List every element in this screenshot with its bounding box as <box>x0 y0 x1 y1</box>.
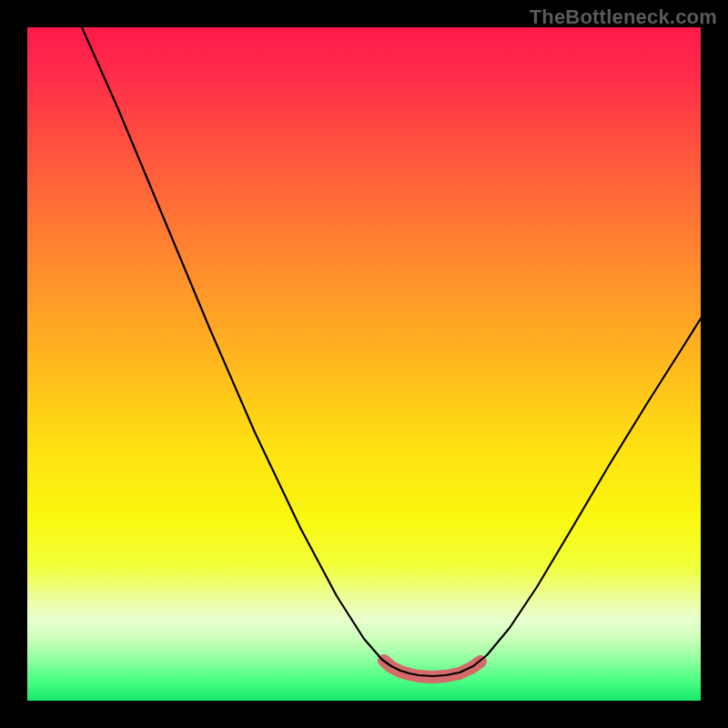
chart-frame: TheBottleneck.com <box>0 0 728 728</box>
watermark-text: TheBottleneck.com <box>530 5 717 29</box>
plot-area <box>27 27 701 701</box>
gradient-background <box>27 27 701 701</box>
chart-svg <box>27 27 701 701</box>
